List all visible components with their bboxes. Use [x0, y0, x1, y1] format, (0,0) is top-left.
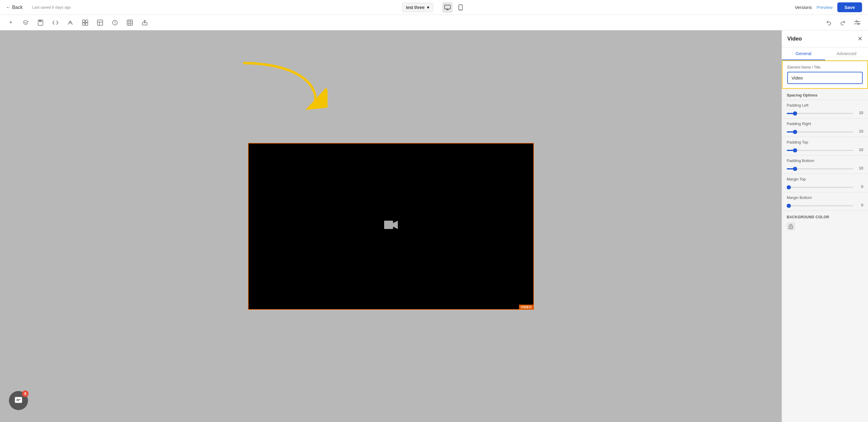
svg-rect-15 — [384, 221, 393, 229]
padding-left-slider[interactable] — [787, 113, 853, 114]
padding-left-slider-row: 10 — [787, 110, 863, 115]
element-name-input[interactable] — [787, 72, 863, 84]
panel-header: Video ✕ — [782, 30, 868, 47]
padding-top-label: Padding Top — [787, 140, 863, 145]
padding-top-slider-row: 10 — [787, 147, 863, 152]
back-button[interactable]: ← Back — [6, 5, 23, 10]
padding-bottom-slider-row: 10 — [787, 165, 863, 171]
element-name-section: Element Name / Title — [782, 60, 868, 89]
canvas-area: VIDEO 6 — [0, 30, 782, 422]
code-icon[interactable] — [51, 18, 60, 27]
header-left: ← Back Last saved 6 days ago — [6, 5, 71, 10]
background-color-label: BACKGROUND COLOR — [787, 215, 863, 219]
padding-bottom-row: Padding Bottom 10 — [782, 155, 868, 174]
tab-general[interactable]: General — [782, 47, 825, 60]
margin-bottom-row: Margin Bottom 0 — [782, 192, 868, 211]
padding-right-slider-row: 10 — [787, 128, 863, 134]
panel-close-button[interactable]: ✕ — [858, 35, 863, 42]
svg-point-2 — [460, 9, 461, 9]
add-icon[interactable]: + — [6, 18, 16, 27]
panel-tabs: General Advanced — [782, 47, 868, 60]
video-tag-label: VIDEO — [519, 305, 534, 309]
svg-rect-11 — [127, 20, 132, 25]
margin-bottom-slider-row: 0 — [787, 202, 863, 208]
svg-rect-4 — [40, 20, 41, 21]
arrow-annotation — [232, 57, 328, 117]
padding-top-value: 10 — [856, 147, 863, 152]
padding-right-value: 10 — [856, 129, 863, 133]
padding-right-slider[interactable] — [787, 131, 853, 132]
padding-top-row: Padding Top 10 — [782, 137, 868, 155]
margin-top-slider-container — [787, 184, 853, 189]
margin-top-label: Margin Top — [787, 177, 863, 181]
svg-rect-5 — [83, 20, 85, 22]
svg-rect-0 — [444, 5, 451, 9]
desktop-device-button[interactable] — [442, 2, 453, 13]
header-right: Versions Preview Save — [795, 2, 862, 12]
padding-left-row: Padding Left 10 — [782, 100, 868, 118]
versions-button[interactable]: Versions — [795, 5, 812, 10]
preview-button[interactable]: Preview — [817, 5, 833, 10]
padding-top-slider-container — [787, 147, 853, 152]
star-icon[interactable] — [110, 18, 120, 27]
margin-top-value: 0 — [856, 184, 863, 189]
padding-bottom-slider[interactable] — [787, 168, 853, 170]
background-color-section: BACKGROUND COLOR — [782, 211, 868, 235]
color-lock-icon[interactable] — [787, 222, 795, 231]
svg-rect-18 — [15, 397, 22, 403]
svg-rect-9 — [97, 20, 103, 25]
save-doc-icon[interactable] — [36, 18, 45, 27]
right-panel: Video ✕ General Advanced Element Name / … — [782, 30, 868, 422]
svg-point-20 — [790, 227, 792, 228]
svg-rect-8 — [86, 23, 88, 25]
video-element[interactable]: VIDEO — [248, 143, 534, 310]
padding-left-value: 10 — [856, 111, 863, 115]
padding-left-slider-container — [787, 110, 853, 115]
page-name: test three — [406, 5, 425, 10]
main-content: VIDEO 6 Video ✕ — [0, 30, 868, 422]
chat-badge: 6 — [22, 390, 29, 397]
svg-point-14 — [858, 23, 859, 24]
tablet-device-button[interactable] — [455, 2, 466, 13]
padding-top-slider[interactable] — [787, 150, 853, 151]
margin-bottom-slider[interactable] — [787, 205, 853, 206]
padding-right-row: Padding Right 10 — [782, 119, 868, 137]
chat-widget[interactable]: 6 — [9, 391, 28, 410]
color-swatch-row — [787, 222, 863, 231]
toolbar-left: + — [6, 18, 150, 27]
toolbar-right — [824, 18, 862, 27]
margin-top-slider[interactable] — [787, 187, 853, 188]
svg-rect-6 — [86, 20, 88, 22]
padding-bottom-label: Padding Bottom — [787, 158, 863, 163]
margin-top-slider-row: 0 — [787, 184, 863, 189]
page-selector[interactable]: test three ▾ — [402, 3, 433, 12]
font-icon[interactable] — [65, 18, 75, 27]
blocks-icon[interactable] — [81, 18, 90, 27]
svg-rect-7 — [83, 23, 85, 25]
chevron-down-icon: ▾ — [427, 5, 429, 10]
undo-icon[interactable] — [824, 18, 833, 27]
margin-bottom-label: Margin Bottom — [787, 195, 863, 200]
padding-right-slider-container — [787, 128, 853, 134]
redo-icon[interactable] — [838, 18, 848, 27]
tab-advanced[interactable]: Advanced — [825, 47, 868, 60]
spacing-section-header: Spacing Options — [782, 89, 868, 100]
grid-layout-icon[interactable] — [125, 18, 134, 27]
padding-right-label: Padding Right — [787, 121, 863, 126]
saved-status: Last saved 6 days ago — [32, 5, 71, 9]
padding-bottom-value: 10 — [856, 166, 863, 170]
save-button[interactable]: Save — [837, 2, 862, 12]
layout-icon[interactable] — [95, 18, 105, 27]
element-name-label: Element Name / Title — [787, 65, 863, 69]
header-center: test three ▾ — [402, 2, 466, 13]
layers-icon[interactable] — [21, 18, 30, 27]
margin-bottom-value: 0 — [856, 203, 863, 207]
toolbar: + — [0, 15, 868, 30]
padding-bottom-slider-container — [787, 165, 853, 171]
margin-top-row: Margin Top 0 — [782, 174, 868, 192]
settings-toggle-icon[interactable] — [852, 18, 862, 27]
video-placeholder-icon — [384, 219, 398, 233]
export-icon[interactable] — [140, 18, 150, 27]
svg-point-13 — [856, 21, 858, 22]
header: ← Back Last saved 6 days ago test three … — [0, 0, 868, 15]
